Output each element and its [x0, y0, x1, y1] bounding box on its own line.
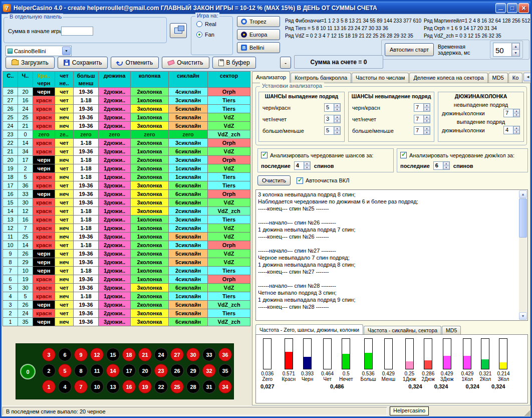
- spinner-down-button[interactable]: [424, 108, 430, 112]
- board-number-26[interactable]: 26: [170, 364, 184, 377]
- spinner-up-button[interactable]: [424, 127, 430, 131]
- resize-grip[interactable]: [523, 409, 530, 416]
- board-number-1[interactable]: 1: [42, 380, 56, 393]
- scroll-down-button[interactable]: [519, 312, 527, 320]
- maximize-button[interactable]: [507, 3, 517, 13]
- radio-fan-circle[interactable]: [196, 32, 202, 38]
- spinner-down-button[interactable]: [443, 166, 449, 170]
- close-button[interactable]: [518, 3, 529, 13]
- analyzer-spinner-1-3[interactable]: 5: [324, 126, 341, 135]
- board-number-17[interactable]: 17: [122, 364, 136, 377]
- board-number-34[interactable]: 34: [218, 380, 232, 393]
- spinner-down-button[interactable]: [334, 131, 340, 135]
- board-number-15[interactable]: 15: [106, 348, 120, 361]
- board-number-23[interactable]: 23: [154, 364, 168, 377]
- board-number-13[interactable]: 13: [106, 380, 120, 393]
- last-spins-chances-spinner[interactable]: 4: [294, 161, 311, 170]
- spinner-up-button[interactable]: [334, 115, 340, 119]
- analyzer-spinner-1-2[interactable]: 3: [324, 115, 341, 123]
- analyze-chances-checkbox[interactable]: [261, 152, 268, 158]
- autoclean-checkbox[interactable]: [297, 177, 303, 184]
- board-number-22[interactable]: 22: [154, 380, 168, 393]
- clear-analysis-button[interactable]: Очистить: [257, 175, 291, 185]
- spinner-down-button[interactable]: [513, 113, 519, 117]
- board-number-18[interactable]: 18: [122, 348, 136, 361]
- tab-4[interactable]: Деление колеса на сектора: [409, 73, 487, 83]
- board-number-25[interactable]: 25: [170, 380, 184, 393]
- detach-panel-button[interactable]: [170, 23, 187, 38]
- board-number-5[interactable]: 5: [58, 364, 72, 377]
- board-number-3[interactable]: 3: [42, 348, 56, 361]
- board-number-28[interactable]: 28: [186, 380, 200, 393]
- analyzer-spinner-2-3[interactable]: 7: [414, 126, 430, 135]
- analyzer-spinner-1-1[interactable]: 5: [324, 103, 341, 112]
- spinner-up-button[interactable]: [513, 109, 519, 113]
- board-number-7[interactable]: 7: [74, 380, 88, 393]
- toolbar-button-2[interactable]: Сохранить: [58, 57, 108, 69]
- board-number-19[interactable]: 19: [138, 380, 152, 393]
- analyze-dozens-checkbox[interactable]: [400, 152, 407, 158]
- spinner-down-button[interactable]: [424, 119, 430, 123]
- spinner-up-button[interactable]: [334, 104, 340, 108]
- spinner-up-button[interactable]: [334, 127, 340, 131]
- tab-1[interactable]: Анализатор: [252, 71, 290, 83]
- board-number-32[interactable]: 32: [202, 364, 216, 377]
- board-number-21[interactable]: 21: [138, 348, 152, 361]
- board-number-10[interactable]: 10: [90, 380, 104, 393]
- casino-button-tropez[interactable]: Tropez: [237, 16, 280, 27]
- board-number-30[interactable]: 30: [186, 348, 200, 361]
- last-spins-dozens-spinner[interactable]: 6: [433, 161, 450, 170]
- delay-spinner[interactable]: 50: [493, 43, 520, 57]
- casino-select[interactable]: CasinoBellini: [6, 46, 72, 56]
- delay-spinner-down-button[interactable]: [512, 50, 519, 56]
- board-number-12[interactable]: 12: [90, 348, 104, 361]
- radio-real-circle[interactable]: [196, 21, 202, 27]
- board-number-8[interactable]: 8: [74, 364, 88, 377]
- collapse-panel-button[interactable]: -: [280, 57, 291, 69]
- delay-spinner-up-button[interactable]: [512, 43, 519, 50]
- radio-fan[interactable]: Fan: [196, 32, 232, 38]
- spinner-up-button[interactable]: [424, 115, 430, 119]
- radio-real[interactable]: Real: [196, 21, 232, 27]
- freq-tab-1[interactable]: Частота - Zero, шансы, дюжины, колонки: [255, 324, 363, 334]
- analyzer-spinner-3-2[interactable]: 7: [503, 109, 520, 117]
- board-number-11[interactable]: 11: [90, 364, 104, 377]
- scrollbar-thumb[interactable]: [519, 198, 527, 238]
- spinner-down-button[interactable]: [424, 131, 430, 135]
- spinner-up-button[interactable]: [424, 104, 430, 108]
- casino-button-europa[interactable]: Europa: [237, 29, 280, 40]
- board-number-35[interactable]: 35: [218, 364, 232, 377]
- freq-tab-3[interactable]: MD5: [442, 326, 461, 334]
- board-number-24[interactable]: 24: [154, 348, 168, 361]
- spinner-down-button[interactable]: [334, 119, 340, 123]
- tab-2[interactable]: Контроль банкролла: [291, 73, 351, 83]
- board-number-2[interactable]: 2: [42, 364, 56, 377]
- board-number-31[interactable]: 31: [202, 380, 216, 393]
- tab-5[interactable]: MD5: [488, 73, 508, 83]
- board-number-33[interactable]: 33: [202, 348, 216, 361]
- board-number-4[interactable]: 4: [58, 380, 72, 393]
- autospin-start-button[interactable]: Автоспин старт: [385, 43, 434, 56]
- board-number-16[interactable]: 16: [122, 380, 136, 393]
- board-number-20[interactable]: 20: [138, 364, 152, 377]
- toolbar-button-3[interactable]: Отменить: [111, 57, 159, 69]
- spinner-up-button[interactable]: [443, 162, 449, 166]
- spinner-down-button[interactable]: [513, 130, 519, 134]
- tab-6[interactable]: Ко: [508, 73, 523, 83]
- log-scrollbar[interactable]: [519, 190, 527, 320]
- spinner-down-button[interactable]: [334, 108, 340, 112]
- board-number-0[interactable]: 0: [21, 365, 35, 378]
- spinner-down-button[interactable]: [304, 166, 310, 170]
- toolbar-button-1[interactable]: Загрузить: [6, 57, 55, 69]
- board-number-14[interactable]: 14: [106, 364, 120, 377]
- tab-scroll-left-button[interactable]: [523, 73, 530, 81]
- combo-dropdown-button[interactable]: [62, 47, 71, 55]
- toolbar-button-5[interactable]: В буфер: [212, 57, 256, 69]
- analyzer-spinner-3-4[interactable]: 4: [503, 126, 520, 134]
- tab-3[interactable]: Частоты по числам: [352, 73, 409, 83]
- scroll-up-button[interactable]: [519, 190, 527, 198]
- board-number-27[interactable]: 27: [170, 348, 184, 361]
- spinner-up-button[interactable]: [513, 126, 519, 130]
- board-number-9[interactable]: 9: [74, 348, 88, 361]
- start-sum-input[interactable]: [61, 27, 93, 36]
